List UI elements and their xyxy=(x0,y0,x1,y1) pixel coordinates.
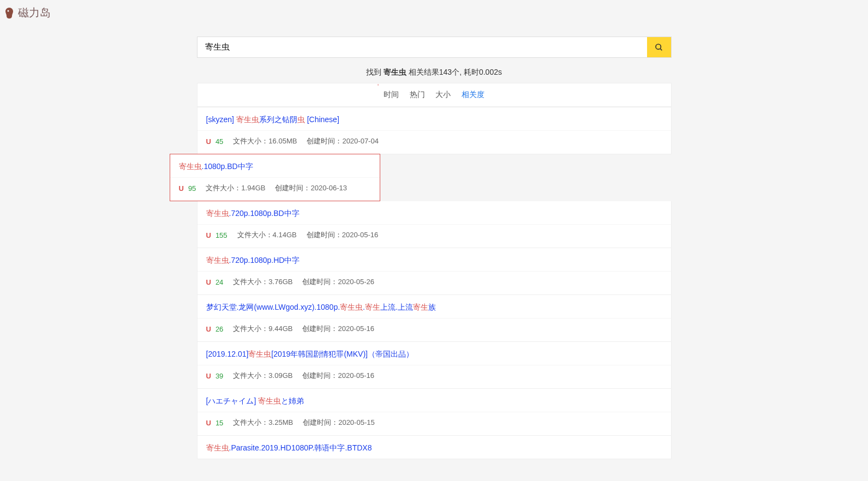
created-time: 创建时间：2020-05-16 xyxy=(302,324,374,334)
result-title: [skyzen] 寄生虫系列之钻阴虫 [Chinese] xyxy=(197,107,671,130)
result-item: 寄生虫.720p.1080p.BD中字U155文件大小：4.14GB创建时间：2… xyxy=(197,201,672,248)
seed-count: 15 xyxy=(215,419,223,427)
result-list: [skyzen] 寄生虫系列之钻阴虫 [Chinese]U45文件大小：16.0… xyxy=(197,107,672,459)
result-title: 寄生虫.Parasite.2019.HD1080P.韩语中字.BTDX8 xyxy=(197,436,671,459)
magnet-icon[interactable]: U xyxy=(206,372,211,380)
highlight-box: 寄生虫.1080p.BD中字U95文件大小：1.94GB创建时间：2020-06… xyxy=(170,154,380,201)
created-time: 创建时间：2020-05-16 xyxy=(307,230,379,240)
result-title: 寄生虫.1080p.BD中字 xyxy=(170,154,380,177)
svg-line-2 xyxy=(660,49,662,50)
result-meta: U15文件大小：3.25MB创建时间：2020-05-15 xyxy=(197,412,671,435)
result-link[interactable]: 寄生虫.720p.1080p.BD中字 xyxy=(206,209,300,218)
seed-count: 39 xyxy=(215,372,223,380)
result-link[interactable]: 寄生虫.1080p.BD中字 xyxy=(179,162,253,171)
result-item: [ハエチャイム] 寄生虫と姉弟U15文件大小：3.25MB创建时间：2020-0… xyxy=(197,389,672,436)
file-size: 文件大小：4.14GB xyxy=(237,230,297,240)
result-title: 寄生虫.720p.1080p.HD中字 xyxy=(197,248,671,271)
result-meta: U45文件大小：16.05MB创建时间：2020-07-04 xyxy=(197,130,671,154)
created-time: 创建时间：2020-07-04 xyxy=(307,136,379,146)
file-size: 文件大小：16.05MB xyxy=(233,136,297,146)
seed-count: 155 xyxy=(215,231,228,239)
magnet-icon[interactable]: U xyxy=(206,419,211,427)
file-size: 文件大小：3.09GB xyxy=(233,371,292,381)
result-summary: 找到 寄生虫 相关结果143个, 耗时0.002s xyxy=(197,58,672,83)
file-size: 文件大小：9.44GB xyxy=(233,324,292,334)
result-meta: U24文件大小：3.76GB创建时间：2020-05-26 xyxy=(197,271,671,294)
seed-count: 24 xyxy=(215,278,223,286)
seed-count: 95 xyxy=(188,184,196,193)
file-size: 文件大小：1.94GB xyxy=(206,183,265,193)
result-link[interactable]: [ハエチャイム] 寄生虫と姉弟 xyxy=(206,396,304,405)
search-bar xyxy=(197,37,672,58)
result-item: 寄生虫.Parasite.2019.HD1080P.韩语中字.BTDX8 xyxy=(197,436,672,459)
magnet-icon[interactable]: U xyxy=(206,325,211,333)
site-header: 磁力岛 xyxy=(0,0,868,26)
result-link[interactable]: 梦幻天堂.龙网(www.LWgod.xyz).1080p.寄生虫.寄生上流.上流… xyxy=(206,303,436,311)
search-input[interactable] xyxy=(197,37,647,57)
search-button[interactable] xyxy=(647,37,671,57)
site-title[interactable]: 磁力岛 xyxy=(18,5,51,20)
result-link[interactable]: 寄生虫.720p.1080p.HD中字 xyxy=(206,256,300,264)
magnet-icon[interactable]: U xyxy=(206,278,211,286)
svg-point-0 xyxy=(8,10,9,11)
result-title: [2019.12.01]寄生虫[2019年韩国剧情犯罪(MKV)]（帝国出品） xyxy=(197,342,671,365)
result-item: 寄生虫.1080p.BD中字U95文件大小：1.94GB创建时间：2020-06… xyxy=(170,154,380,201)
magnet-icon[interactable]: U xyxy=(206,231,211,239)
sort-relevance[interactable]: 相关度 xyxy=(462,90,484,100)
result-title: 寄生虫.720p.1080p.BD中字 xyxy=(197,201,671,224)
logo-icon xyxy=(3,7,16,20)
result-item: [skyzen] 寄生虫系列之钻阴虫 [Chinese]U45文件大小：16.0… xyxy=(197,107,672,154)
file-size: 文件大小：3.25MB xyxy=(233,418,293,428)
result-item: [2019.12.01]寄生虫[2019年韩国剧情犯罪(MKV)]（帝国出品）U… xyxy=(197,342,672,389)
svg-point-1 xyxy=(656,44,661,49)
search-icon xyxy=(655,43,663,52)
sort-bar: ° 时间 热门 大小 相关度 xyxy=(197,83,672,107)
seed-count: 45 xyxy=(215,137,223,146)
created-time: 创建时间：2020-05-15 xyxy=(303,418,375,428)
file-size: 文件大小：3.76GB xyxy=(233,277,292,287)
created-time: 创建时间：2020-05-26 xyxy=(302,277,374,287)
result-item: 寄生虫.720p.1080p.HD中字U24文件大小：3.76GB创建时间：20… xyxy=(197,248,672,295)
seed-count: 26 xyxy=(215,325,223,333)
result-link[interactable]: [2019.12.01]寄生虫[2019年韩国剧情犯罪(MKV)]（帝国出品） xyxy=(206,350,414,358)
result-meta: U95文件大小：1.94GB创建时间：2020-06-13 xyxy=(170,177,380,201)
sort-time[interactable]: 时间 xyxy=(384,90,399,100)
result-link[interactable]: [skyzen] 寄生虫系列之钻阴虫 [Chinese] xyxy=(206,115,339,124)
dot-indicator: ° xyxy=(378,83,379,88)
sort-size[interactable]: 大小 xyxy=(435,90,451,100)
result-meta: U39文件大小：3.09GB创建时间：2020-05-16 xyxy=(197,365,671,388)
result-title: [ハエチャイム] 寄生虫と姉弟 xyxy=(197,389,671,412)
result-title: 梦幻天堂.龙网(www.LWgod.xyz).1080p.寄生虫.寄生上流.上流… xyxy=(197,295,671,318)
sort-hot[interactable]: 热门 xyxy=(410,90,425,100)
result-item: 梦幻天堂.龙网(www.LWgod.xyz).1080p.寄生虫.寄生上流.上流… xyxy=(197,295,672,342)
created-time: 创建时间：2020-06-13 xyxy=(275,183,347,193)
magnet-icon[interactable]: U xyxy=(206,137,211,146)
magnet-icon[interactable]: U xyxy=(179,184,184,193)
result-meta: U26文件大小：9.44GB创建时间：2020-05-16 xyxy=(197,318,671,341)
result-meta: U155文件大小：4.14GB创建时间：2020-05-16 xyxy=(197,224,671,248)
result-link[interactable]: 寄生虫.Parasite.2019.HD1080P.韩语中字.BTDX8 xyxy=(206,443,372,452)
created-time: 创建时间：2020-05-16 xyxy=(302,371,374,381)
